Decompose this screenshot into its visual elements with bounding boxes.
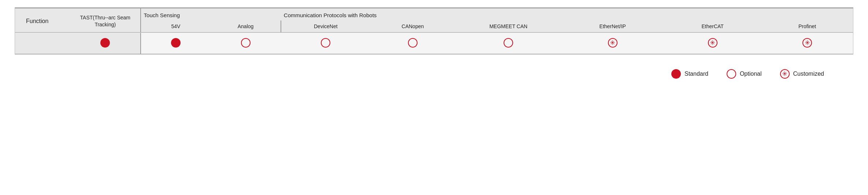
legend-standard: Standard bbox=[671, 69, 708, 79]
ts-analog-header: Analog bbox=[211, 20, 281, 33]
megmeet-can-header: MEGMEET CAN bbox=[455, 20, 561, 33]
standard-icon bbox=[100, 38, 110, 48]
legend-optional: Optional bbox=[727, 69, 762, 79]
devicenet-cell bbox=[281, 33, 370, 54]
feature-table-container: Function TAST(Thru--arc Seam Tracking) T… bbox=[15, 7, 853, 55]
legend-customized: Customized bbox=[780, 69, 824, 79]
ethercat-cell bbox=[664, 33, 761, 54]
touch-sensing-group-header: Touch Sensing bbox=[141, 8, 281, 20]
function-cell bbox=[15, 33, 70, 54]
customized-icon bbox=[708, 38, 717, 48]
customized-icon bbox=[802, 38, 812, 48]
comm-protocols-group-header: Communication Protocols with Robots bbox=[281, 8, 853, 20]
legend-customized-icon bbox=[780, 69, 790, 79]
customized-icon bbox=[608, 38, 617, 48]
megmeet-can-cell bbox=[455, 33, 561, 54]
feature-table: Function TAST(Thru--arc Seam Tracking) T… bbox=[15, 8, 853, 54]
profinet-header: Profinet bbox=[761, 20, 853, 33]
ts-54v-cell bbox=[141, 33, 211, 54]
tast-header: TAST(Thru--arc Seam Tracking) bbox=[70, 8, 141, 33]
legend-standard-label: Standard bbox=[685, 71, 708, 77]
ts-analog-cell bbox=[211, 33, 281, 54]
table-row bbox=[15, 33, 853, 54]
standard-icon bbox=[171, 38, 181, 48]
ethernet-ip-header: EtherNet/IP bbox=[561, 20, 664, 33]
function-header: Function bbox=[15, 8, 70, 33]
ethercat-header: EtherCAT bbox=[664, 20, 761, 33]
profinet-cell bbox=[761, 33, 853, 54]
legend-standard-icon bbox=[671, 69, 681, 79]
legend: Standard Optional Customized bbox=[15, 65, 853, 82]
canopen-header: CANopen bbox=[370, 20, 455, 33]
page-wrapper: Function TAST(Thru--arc Seam Tracking) T… bbox=[0, 0, 868, 97]
tast-cell bbox=[70, 33, 141, 54]
devicenet-header: DeviceNet bbox=[281, 20, 370, 33]
legend-optional-icon bbox=[727, 69, 736, 79]
optional-icon bbox=[321, 38, 330, 48]
optional-icon bbox=[241, 38, 251, 48]
ethernet-ip-cell bbox=[561, 33, 664, 54]
canopen-cell bbox=[370, 33, 455, 54]
optional-icon bbox=[408, 38, 418, 48]
legend-optional-label: Optional bbox=[740, 71, 762, 77]
ts-54v-header: 54V bbox=[141, 20, 211, 33]
optional-icon bbox=[504, 38, 513, 48]
legend-customized-label: Customized bbox=[793, 71, 824, 77]
